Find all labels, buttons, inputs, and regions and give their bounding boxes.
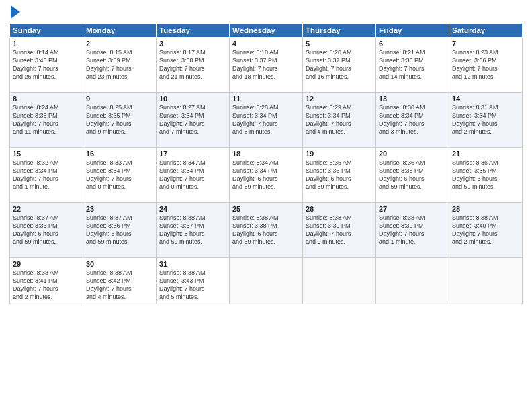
calendar-week-2: 8Sunrise: 8:24 AMSunset: 3:35 PMDaylight… (10, 93, 523, 148)
calendar-cell: 11Sunrise: 8:28 AMSunset: 3:34 PMDayligh… (230, 93, 303, 148)
col-header-saturday: Saturday (449, 24, 523, 38)
header (9, 7, 523, 19)
calendar-cell (303, 258, 376, 304)
cell-info: Sunrise: 8:20 AMSunset: 3:37 PMDaylight:… (306, 48, 373, 81)
calendar-cell: 19Sunrise: 8:35 AMSunset: 3:35 PMDayligh… (303, 148, 376, 203)
day-number: 1 (13, 40, 80, 48)
cell-info: Sunrise: 8:25 AMSunset: 3:35 PMDaylight:… (86, 103, 153, 136)
cell-info: Sunrise: 8:15 AMSunset: 3:39 PMDaylight:… (86, 48, 153, 81)
day-number: 21 (452, 150, 519, 158)
day-number: 24 (159, 205, 226, 213)
calendar-cell: 16Sunrise: 8:33 AMSunset: 3:34 PMDayligh… (83, 148, 157, 203)
calendar-cell: 23Sunrise: 8:37 AMSunset: 3:36 PMDayligh… (83, 203, 157, 258)
calendar-cell: 3Sunrise: 8:17 AMSunset: 3:38 PMDaylight… (157, 38, 230, 93)
cell-info: Sunrise: 8:34 AMSunset: 3:34 PMDaylight:… (232, 158, 300, 191)
day-number: 22 (13, 205, 80, 213)
calendar-cell: 1Sunrise: 8:14 AMSunset: 3:40 PMDaylight… (10, 38, 83, 93)
cell-info: Sunrise: 8:23 AMSunset: 3:36 PMDaylight:… (452, 48, 519, 81)
calendar-week-4: 22Sunrise: 8:37 AMSunset: 3:36 PMDayligh… (10, 203, 523, 258)
day-number: 30 (86, 260, 153, 268)
cell-info: Sunrise: 8:35 AMSunset: 3:35 PMDaylight:… (306, 158, 373, 191)
calendar-cell: 20Sunrise: 8:36 AMSunset: 3:35 PMDayligh… (376, 148, 449, 203)
calendar-cell: 15Sunrise: 8:32 AMSunset: 3:34 PMDayligh… (10, 148, 83, 203)
cell-info: Sunrise: 8:33 AMSunset: 3:34 PMDaylight:… (86, 158, 153, 191)
calendar-cell: 17Sunrise: 8:34 AMSunset: 3:34 PMDayligh… (157, 148, 230, 203)
cell-info: Sunrise: 8:21 AMSunset: 3:36 PMDaylight:… (379, 48, 446, 81)
cell-info: Sunrise: 8:38 AMSunset: 3:42 PMDaylight:… (86, 269, 153, 302)
col-header-friday: Friday (376, 24, 449, 38)
col-header-wednesday: Wednesday (230, 24, 303, 38)
cell-info: Sunrise: 8:14 AMSunset: 3:40 PMDaylight:… (13, 48, 80, 81)
day-number: 4 (232, 40, 300, 48)
page: SundayMondayTuesdayWednesdayThursdayFrid… (0, 0, 532, 411)
calendar-cell: 12Sunrise: 8:29 AMSunset: 3:34 PMDayligh… (303, 93, 376, 148)
col-header-thursday: Thursday (303, 24, 376, 38)
cell-info: Sunrise: 8:27 AMSunset: 3:34 PMDaylight:… (159, 103, 226, 136)
cell-info: Sunrise: 8:36 AMSunset: 3:35 PMDaylight:… (452, 158, 519, 191)
cell-info: Sunrise: 8:38 AMSunset: 3:40 PMDaylight:… (452, 214, 519, 246)
day-number: 20 (379, 150, 446, 158)
cell-info: Sunrise: 8:37 AMSunset: 3:36 PMDaylight:… (86, 214, 153, 246)
col-header-monday: Monday (83, 24, 157, 38)
cell-info: Sunrise: 8:34 AMSunset: 3:34 PMDaylight:… (159, 158, 226, 191)
calendar-cell: 25Sunrise: 8:38 AMSunset: 3:38 PMDayligh… (230, 203, 303, 258)
day-number: 29 (13, 260, 80, 268)
cell-info: Sunrise: 8:36 AMSunset: 3:35 PMDaylight:… (379, 158, 446, 191)
calendar-cell (449, 258, 523, 304)
day-number: 17 (159, 150, 226, 158)
calendar-cell: 10Sunrise: 8:27 AMSunset: 3:34 PMDayligh… (157, 93, 230, 148)
cell-info: Sunrise: 8:38 AMSunset: 3:41 PMDaylight:… (13, 269, 80, 302)
calendar-cell: 6Sunrise: 8:21 AMSunset: 3:36 PMDaylight… (376, 38, 449, 93)
calendar-week-1: 1Sunrise: 8:14 AMSunset: 3:40 PMDaylight… (10, 38, 523, 93)
calendar-cell: 21Sunrise: 8:36 AMSunset: 3:35 PMDayligh… (449, 148, 523, 203)
day-number: 14 (452, 95, 519, 103)
day-number: 5 (306, 40, 373, 48)
calendar-cell: 26Sunrise: 8:38 AMSunset: 3:39 PMDayligh… (303, 203, 376, 258)
day-number: 25 (232, 205, 300, 213)
calendar-cell: 27Sunrise: 8:38 AMSunset: 3:39 PMDayligh… (376, 203, 449, 258)
day-number: 3 (159, 40, 226, 48)
calendar-cell: 2Sunrise: 8:15 AMSunset: 3:39 PMDaylight… (83, 38, 157, 93)
cell-info: Sunrise: 8:38 AMSunset: 3:39 PMDaylight:… (379, 214, 446, 246)
cell-info: Sunrise: 8:37 AMSunset: 3:36 PMDaylight:… (13, 214, 80, 246)
calendar-cell (376, 258, 449, 304)
cell-info: Sunrise: 8:17 AMSunset: 3:38 PMDaylight:… (159, 48, 226, 81)
calendar-week-5: 29Sunrise: 8:38 AMSunset: 3:41 PMDayligh… (10, 258, 523, 304)
day-number: 7 (452, 40, 519, 48)
day-number: 28 (452, 205, 519, 213)
day-number: 27 (379, 205, 446, 213)
day-number: 11 (232, 95, 300, 103)
day-number: 9 (86, 95, 153, 103)
day-number: 26 (306, 205, 373, 213)
logo-arrow-icon (11, 5, 20, 19)
calendar-cell: 28Sunrise: 8:38 AMSunset: 3:40 PMDayligh… (449, 203, 523, 258)
col-header-sunday: Sunday (10, 24, 83, 38)
cell-info: Sunrise: 8:28 AMSunset: 3:34 PMDaylight:… (232, 103, 300, 136)
logo (9, 7, 20, 19)
cell-info: Sunrise: 8:32 AMSunset: 3:34 PMDaylight:… (13, 158, 80, 191)
calendar-cell (230, 258, 303, 304)
day-number: 6 (379, 40, 446, 48)
calendar-cell: 4Sunrise: 8:18 AMSunset: 3:37 PMDaylight… (230, 38, 303, 93)
day-number: 23 (86, 205, 153, 213)
cell-info: Sunrise: 8:38 AMSunset: 3:43 PMDaylight:… (159, 269, 226, 302)
day-number: 10 (159, 95, 226, 103)
cell-info: Sunrise: 8:38 AMSunset: 3:39 PMDaylight:… (306, 214, 373, 246)
cell-info: Sunrise: 8:18 AMSunset: 3:37 PMDaylight:… (232, 48, 300, 81)
day-number: 8 (13, 95, 80, 103)
calendar-week-3: 15Sunrise: 8:32 AMSunset: 3:34 PMDayligh… (10, 148, 523, 203)
day-number: 16 (86, 150, 153, 158)
calendar-cell: 31Sunrise: 8:38 AMSunset: 3:43 PMDayligh… (157, 258, 230, 304)
calendar-header-row: SundayMondayTuesdayWednesdayThursdayFrid… (10, 24, 523, 38)
cell-info: Sunrise: 8:30 AMSunset: 3:34 PMDaylight:… (379, 103, 446, 136)
day-number: 2 (86, 40, 153, 48)
cell-info: Sunrise: 8:29 AMSunset: 3:34 PMDaylight:… (306, 103, 373, 136)
calendar-cell: 30Sunrise: 8:38 AMSunset: 3:42 PMDayligh… (83, 258, 157, 304)
cell-info: Sunrise: 8:38 AMSunset: 3:37 PMDaylight:… (159, 214, 226, 246)
calendar-cell: 29Sunrise: 8:38 AMSunset: 3:41 PMDayligh… (10, 258, 83, 304)
calendar-cell: 7Sunrise: 8:23 AMSunset: 3:36 PMDaylight… (449, 38, 523, 93)
col-header-tuesday: Tuesday (157, 24, 230, 38)
calendar: SundayMondayTuesdayWednesdayThursdayFrid… (9, 23, 523, 304)
calendar-cell: 18Sunrise: 8:34 AMSunset: 3:34 PMDayligh… (230, 148, 303, 203)
calendar-cell: 5Sunrise: 8:20 AMSunset: 3:37 PMDaylight… (303, 38, 376, 93)
